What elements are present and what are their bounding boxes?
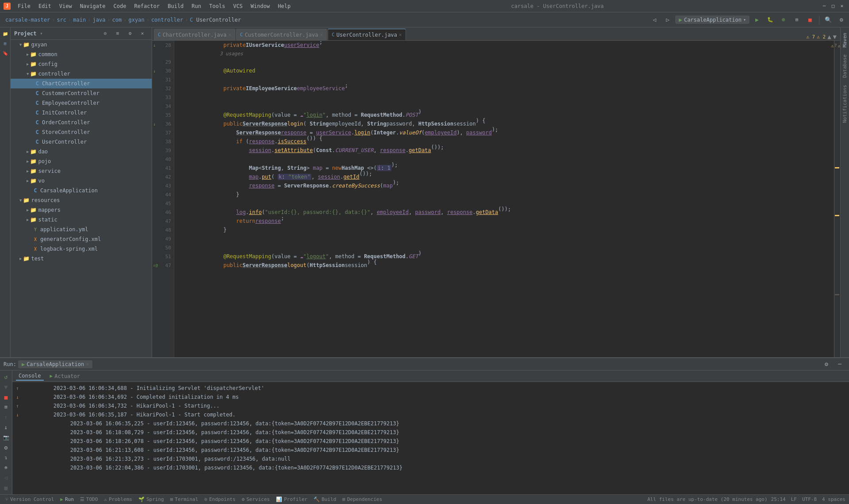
- build-tab[interactable]: 🔨 Build: [312, 496, 338, 502]
- endpoints-tab[interactable]: ⊙ Endpoints: [203, 496, 237, 502]
- debug-button[interactable]: 🐛: [765, 14, 776, 26]
- previous-run-button[interactable]: ◁: [1, 473, 11, 482]
- settings-button[interactable]: ⚙: [836, 14, 847, 26]
- dependencies-tab[interactable]: ⊞ Dependencies: [340, 496, 384, 502]
- project-icon[interactable]: 📁: [1, 29, 10, 38]
- run-tab-close-icon[interactable]: ✕: [86, 361, 89, 367]
- tree-item-application-yml[interactable]: Y application.yml: [11, 225, 152, 234]
- breadcrumb-item[interactable]: com: [112, 17, 122, 23]
- menu-refactor[interactable]: Refactor: [130, 2, 163, 10]
- cursor-position[interactable]: 25:14: [771, 496, 786, 502]
- tree-item-chart-controller[interactable]: C ChartController: [11, 79, 152, 88]
- tree-item-employee-controller[interactable]: C EmployeeController: [11, 98, 152, 108]
- tab-close-icon[interactable]: ✕: [320, 32, 323, 38]
- tab-user-controller[interactable]: C UserController.java ✕: [328, 29, 406, 40]
- menu-vcs[interactable]: VCS: [229, 2, 246, 10]
- forward-button[interactable]: ▷: [662, 14, 673, 26]
- scroll-up-icon[interactable]: ▲: [827, 33, 831, 40]
- breadcrumb-item[interactable]: main: [73, 17, 86, 23]
- menu-run[interactable]: Run: [188, 2, 205, 10]
- terminal-tab[interactable]: ⊞ Terminal: [168, 496, 200, 502]
- rerun-button[interactable]: ↺: [1, 372, 11, 382]
- menu-code[interactable]: Code: [110, 2, 130, 10]
- bookmarks-icon[interactable]: 🔖: [1, 49, 10, 57]
- tree-item-order-controller[interactable]: C OrderController: [11, 118, 152, 127]
- run-button[interactable]: ▶: [751, 14, 763, 26]
- breadcrumb-item[interactable]: controller: [151, 17, 183, 23]
- tree-item-generator-config[interactable]: X generatorConfig.xml: [11, 234, 152, 244]
- tab-chart-controller[interactable]: C ChartController.java ✕: [154, 29, 235, 40]
- tree-item-static[interactable]: ▶ 📁 static: [11, 215, 152, 225]
- tab-close-icon[interactable]: ✕: [399, 32, 402, 38]
- sidebar-notifications[interactable]: Notifications: [841, 81, 849, 126]
- stop-run-2[interactable]: ■: [1, 483, 11, 493]
- breadcrumb-item[interactable]: java: [92, 17, 105, 23]
- tab-customer-controller[interactable]: C CustomerController.java ✕: [236, 29, 327, 40]
- todo-tab[interactable]: ☰ TODO: [78, 496, 100, 502]
- profile-button[interactable]: ⊞: [791, 14, 803, 26]
- tree-item-dao[interactable]: ▶ 📁 dao: [11, 147, 152, 157]
- tree-item-gxyan[interactable]: ▼ 📁 gxyan: [11, 40, 152, 50]
- expand-all-button[interactable]: ⊕: [1, 463, 11, 472]
- services-tab[interactable]: ⚙ Services: [240, 496, 272, 502]
- tree-item-user-controller[interactable]: C UserController: [11, 137, 152, 147]
- settings-run-button[interactable]: ⚙: [821, 359, 832, 370]
- tree-item-logback-spring[interactable]: X logback-spring.xml: [11, 244, 152, 254]
- tree-item-mappers[interactable]: ▶ 📁 mappers: [11, 205, 152, 215]
- breadcrumb-current[interactable]: C UserController: [190, 17, 241, 23]
- indent-setting[interactable]: 4 spaces: [822, 496, 845, 502]
- menu-edit[interactable]: Edit: [35, 2, 55, 10]
- stop-run-button[interactable]: ▼: [1, 382, 11, 392]
- back-button[interactable]: ◁: [649, 14, 660, 26]
- run-config-selector[interactable]: ▶ CarsaleApplication ▾: [675, 15, 750, 24]
- tree-item-pojo[interactable]: ▶ 📁 pojo: [11, 157, 152, 166]
- tree-item-test[interactable]: ▶ 📁 test: [11, 254, 152, 263]
- tree-item-vo[interactable]: ▶ 📁 vo: [11, 176, 152, 186]
- tree-item-carsale-app[interactable]: C CarsaleApplication: [11, 186, 152, 195]
- search-everywhere-button[interactable]: 🔍: [822, 14, 834, 26]
- menu-tools[interactable]: Tools: [206, 2, 229, 10]
- console-output[interactable]: ↑ 2023-03-06 16:06:34,688 - Initializing…: [12, 382, 849, 494]
- tree-item-resources[interactable]: ▼ 📁 resources: [11, 195, 152, 205]
- menu-build[interactable]: Build: [164, 2, 187, 10]
- tab-close-icon[interactable]: ✕: [228, 32, 231, 38]
- tree-item-service[interactable]: ▶ 📁 service: [11, 166, 152, 176]
- auto-scroll-button[interactable]: ↴: [1, 453, 11, 462]
- tree-item-customer-controller[interactable]: C CustomerController: [11, 88, 152, 98]
- version-control-tab[interactable]: ⑂ Version Control: [4, 496, 56, 502]
- minimize-button[interactable]: ─: [821, 3, 828, 10]
- tree-item-store-controller[interactable]: C StoreController: [11, 127, 152, 137]
- encoding[interactable]: UTF-8: [802, 496, 817, 502]
- problems-tab[interactable]: ⚠ Problems: [102, 496, 134, 502]
- settings-run-2[interactable]: ⚙: [1, 443, 11, 452]
- tree-item-controller[interactable]: ▼ 📁 controller: [11, 69, 152, 79]
- scroll-up-run[interactable]: ↑: [1, 412, 11, 422]
- breadcrumb-item[interactable]: gxyan: [129, 17, 145, 23]
- menu-view[interactable]: View: [56, 2, 76, 10]
- scroll-down-run[interactable]: ↓: [1, 423, 11, 432]
- spring-tab[interactable]: 🌱 Spring: [137, 496, 166, 502]
- maximize-button[interactable]: □: [830, 3, 837, 10]
- tree-item-common[interactable]: ▶ 📁 common: [11, 50, 152, 59]
- tree-collapse-all[interactable]: ≡: [112, 28, 123, 39]
- line-ending[interactable]: LF: [791, 496, 797, 502]
- profiler-tab[interactable]: 📊 Profiler: [274, 496, 309, 502]
- camera-button[interactable]: 📷: [1, 433, 11, 442]
- tree-scroll-to-source[interactable]: ⊙: [99, 28, 111, 39]
- menu-file[interactable]: File: [14, 2, 34, 10]
- breadcrumb-item[interactable]: src: [57, 17, 66, 23]
- close-button[interactable]: ✕: [838, 3, 845, 10]
- run-tab-carsale[interactable]: ▶ CarsaleApplication ✕: [18, 360, 92, 368]
- tree-item-init-controller[interactable]: C InitController: [11, 108, 152, 118]
- sidebar-maven[interactable]: Maven: [841, 29, 849, 51]
- filter-button[interactable]: ⊞: [1, 402, 11, 412]
- tree-dropdown-icon[interactable]: ▾: [40, 31, 43, 36]
- actuator-tab[interactable]: ▶ Actuator: [47, 372, 83, 380]
- tree-settings[interactable]: ⚙: [124, 28, 136, 39]
- minimize-run-button[interactable]: ─: [834, 359, 845, 370]
- menu-window[interactable]: Window: [247, 2, 273, 10]
- structure-icon[interactable]: ⊞: [1, 39, 10, 48]
- stop-button-2[interactable]: ■: [1, 393, 11, 402]
- menu-navigate[interactable]: Navigate: [76, 2, 109, 10]
- stop-button[interactable]: ■: [804, 14, 816, 26]
